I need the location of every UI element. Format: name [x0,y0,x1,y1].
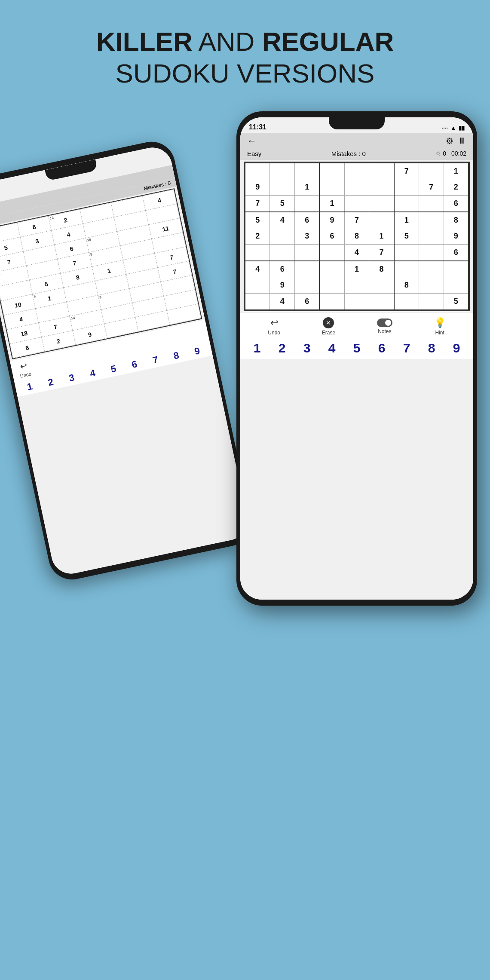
sudoku-cell[interactable]: 1 [319,196,344,212]
sudoku-cell[interactable]: 1 [444,163,469,179]
sudoku-cell[interactable] [419,212,444,228]
sudoku-cell[interactable]: 6 [319,228,344,245]
sudoku-cell[interactable] [369,179,394,196]
front-back-button[interactable]: ← [247,135,257,147]
back-number-btn[interactable]: 7 [152,354,159,366]
sudoku-cell[interactable] [344,294,369,310]
sudoku-cell[interactable]: 4 [270,294,295,310]
sudoku-cell[interactable] [344,163,369,179]
sudoku-cell[interactable] [319,261,344,277]
number-btn[interactable]: 4 [328,341,336,355]
sudoku-cell[interactable]: 6 [444,245,469,261]
sudoku-cell[interactable]: 7 [394,163,419,179]
sudoku-cell[interactable]: 7 [419,179,444,196]
number-btn[interactable]: 1 [254,341,261,355]
sudoku-cell[interactable]: 7 [245,196,270,212]
sudoku-cell[interactable]: 9 [245,179,270,196]
sudoku-cell[interactable] [369,212,394,228]
sudoku-cell[interactable]: 6 [444,196,469,212]
sudoku-cell[interactable]: 5 [394,228,419,245]
sudoku-cell[interactable] [419,245,444,261]
sudoku-cell[interactable] [245,163,270,179]
sudoku-cell[interactable] [369,294,394,310]
sudoku-cell[interactable]: 5 [245,212,270,228]
number-btn[interactable]: 3 [303,341,311,355]
back-number-btn[interactable]: 6 [131,358,138,371]
sudoku-cell[interactable]: 2 [245,228,270,245]
number-btn[interactable]: 8 [428,341,435,355]
sudoku-cell[interactable] [419,261,444,277]
back-number-btn[interactable]: 8 [172,349,180,361]
erase-button[interactable]: ✕ Erase [322,317,335,336]
sudoku-cell[interactable] [419,196,444,212]
sudoku-cell[interactable] [394,245,419,261]
sudoku-cell[interactable] [245,245,270,261]
sudoku-cell[interactable]: 7 [369,245,394,261]
back-number-btn[interactable]: 3 [68,372,75,384]
sudoku-cell[interactable]: 1 [295,179,320,196]
number-btn[interactable]: 7 [403,341,410,355]
pause-icon[interactable]: ⏸ [458,136,466,146]
sudoku-cell[interactable] [419,277,444,294]
sudoku-cell[interactable] [295,163,320,179]
sudoku-cell[interactable] [295,245,320,261]
sudoku-cell[interactable]: 8 [344,228,369,245]
sudoku-cell[interactable] [444,277,469,294]
sudoku-cell[interactable] [295,261,320,277]
sudoku-cell[interactable]: 2 [444,179,469,196]
undo-button[interactable]: ↩ Undo [268,317,280,336]
number-btn[interactable]: 9 [453,341,460,355]
back-number-btn[interactable]: 9 [193,345,201,357]
sudoku-cell[interactable]: 8 [394,277,419,294]
back-number-btn[interactable]: 1 [26,381,34,393]
sudoku-cell[interactable] [394,196,419,212]
sudoku-cell[interactable] [319,294,344,310]
sudoku-cell[interactable]: 8 [444,212,469,228]
sudoku-cell[interactable] [319,179,344,196]
sudoku-cell[interactable] [369,277,394,294]
back-number-btn[interactable]: 5 [110,363,117,375]
sudoku-cell[interactable] [295,196,320,212]
sudoku-cell[interactable] [270,245,295,261]
sudoku-cell[interactable] [319,245,344,261]
sudoku-cell[interactable] [270,228,295,245]
back-undo-btn[interactable]: ↩ Undo [17,360,32,379]
sudoku-cell[interactable]: 4 [245,261,270,277]
back-number-btn[interactable]: 4 [89,368,96,380]
sudoku-cell[interactable] [419,294,444,310]
sudoku-cell[interactable]: 9 [444,228,469,245]
sudoku-cell[interactable]: 1 [394,212,419,228]
sudoku-cell[interactable] [394,294,419,310]
notes-button[interactable]: Notes [377,318,392,334]
sudoku-cell[interactable] [419,228,444,245]
sudoku-cell[interactable] [344,196,369,212]
sudoku-cell[interactable]: 8 [369,261,394,277]
sudoku-cell[interactable]: 4 [344,245,369,261]
sudoku-cell[interactable] [444,261,469,277]
sudoku-cell[interactable] [369,163,394,179]
settings-icon[interactable]: ⚙ [446,136,453,146]
sudoku-cell[interactable]: 6 [295,212,320,228]
sudoku-cell[interactable]: 6 [270,261,295,277]
sudoku-cell[interactable] [270,179,295,196]
sudoku-cell[interactable] [369,196,394,212]
sudoku-cell[interactable] [394,179,419,196]
sudoku-cell[interactable] [245,277,270,294]
sudoku-cell[interactable] [419,163,444,179]
sudoku-cell[interactable] [344,277,369,294]
sudoku-cell[interactable] [270,163,295,179]
sudoku-cell[interactable]: 1 [369,228,394,245]
sudoku-cell[interactable] [344,179,369,196]
sudoku-cell[interactable]: 5 [270,196,295,212]
sudoku-cell[interactable]: 3 [295,228,320,245]
sudoku-cell[interactable] [319,163,344,179]
sudoku-cell[interactable]: 4 [270,212,295,228]
sudoku-cell[interactable] [319,277,344,294]
hint-button[interactable]: 💡 Hint [434,317,446,336]
sudoku-cell[interactable] [394,261,419,277]
number-btn[interactable]: 6 [378,341,386,355]
back-number-btn[interactable]: 2 [47,376,54,388]
number-btn[interactable]: 5 [353,341,361,355]
sudoku-cell[interactable]: 9 [270,277,295,294]
sudoku-cell[interactable] [295,277,320,294]
